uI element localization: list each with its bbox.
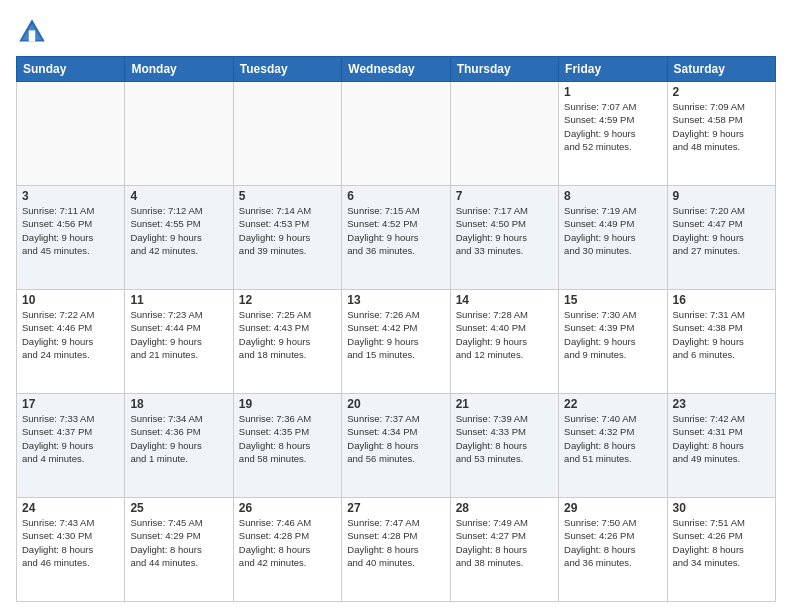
day-info: Sunrise: 7:34 AM Sunset: 4:36 PM Dayligh… xyxy=(130,412,227,465)
day-info: Sunrise: 7:09 AM Sunset: 4:58 PM Dayligh… xyxy=(673,100,770,153)
day-info: Sunrise: 7:46 AM Sunset: 4:28 PM Dayligh… xyxy=(239,516,336,569)
day-number: 13 xyxy=(347,293,444,307)
day-number: 14 xyxy=(456,293,553,307)
day-info: Sunrise: 7:36 AM Sunset: 4:35 PM Dayligh… xyxy=(239,412,336,465)
day-info: Sunrise: 7:17 AM Sunset: 4:50 PM Dayligh… xyxy=(456,204,553,257)
week-row-2: 3Sunrise: 7:11 AM Sunset: 4:56 PM Daylig… xyxy=(17,186,776,290)
day-info: Sunrise: 7:37 AM Sunset: 4:34 PM Dayligh… xyxy=(347,412,444,465)
day-info: Sunrise: 7:12 AM Sunset: 4:55 PM Dayligh… xyxy=(130,204,227,257)
day-cell-11: 11Sunrise: 7:23 AM Sunset: 4:44 PM Dayli… xyxy=(125,290,233,394)
day-info: Sunrise: 7:43 AM Sunset: 4:30 PM Dayligh… xyxy=(22,516,119,569)
day-cell-empty xyxy=(125,82,233,186)
day-number: 9 xyxy=(673,189,770,203)
weekday-header-sunday: Sunday xyxy=(17,57,125,82)
day-cell-20: 20Sunrise: 7:37 AM Sunset: 4:34 PM Dayli… xyxy=(342,394,450,498)
day-number: 11 xyxy=(130,293,227,307)
day-info: Sunrise: 7:22 AM Sunset: 4:46 PM Dayligh… xyxy=(22,308,119,361)
day-number: 2 xyxy=(673,85,770,99)
header xyxy=(16,16,776,48)
day-info: Sunrise: 7:42 AM Sunset: 4:31 PM Dayligh… xyxy=(673,412,770,465)
day-info: Sunrise: 7:07 AM Sunset: 4:59 PM Dayligh… xyxy=(564,100,661,153)
calendar-table: SundayMondayTuesdayWednesdayThursdayFrid… xyxy=(16,56,776,602)
day-info: Sunrise: 7:30 AM Sunset: 4:39 PM Dayligh… xyxy=(564,308,661,361)
day-number: 8 xyxy=(564,189,661,203)
day-cell-empty xyxy=(17,82,125,186)
day-info: Sunrise: 7:15 AM Sunset: 4:52 PM Dayligh… xyxy=(347,204,444,257)
day-number: 3 xyxy=(22,189,119,203)
day-cell-empty xyxy=(342,82,450,186)
weekday-header-saturday: Saturday xyxy=(667,57,775,82)
weekday-header-thursday: Thursday xyxy=(450,57,558,82)
day-info: Sunrise: 7:31 AM Sunset: 4:38 PM Dayligh… xyxy=(673,308,770,361)
day-number: 24 xyxy=(22,501,119,515)
day-number: 26 xyxy=(239,501,336,515)
day-cell-23: 23Sunrise: 7:42 AM Sunset: 4:31 PM Dayli… xyxy=(667,394,775,498)
day-number: 22 xyxy=(564,397,661,411)
logo xyxy=(16,16,52,48)
day-info: Sunrise: 7:23 AM Sunset: 4:44 PM Dayligh… xyxy=(130,308,227,361)
weekday-header-friday: Friday xyxy=(559,57,667,82)
day-cell-30: 30Sunrise: 7:51 AM Sunset: 4:26 PM Dayli… xyxy=(667,498,775,602)
day-cell-13: 13Sunrise: 7:26 AM Sunset: 4:42 PM Dayli… xyxy=(342,290,450,394)
day-number: 30 xyxy=(673,501,770,515)
day-cell-25: 25Sunrise: 7:45 AM Sunset: 4:29 PM Dayli… xyxy=(125,498,233,602)
day-info: Sunrise: 7:39 AM Sunset: 4:33 PM Dayligh… xyxy=(456,412,553,465)
day-info: Sunrise: 7:14 AM Sunset: 4:53 PM Dayligh… xyxy=(239,204,336,257)
day-cell-14: 14Sunrise: 7:28 AM Sunset: 4:40 PM Dayli… xyxy=(450,290,558,394)
weekday-header-monday: Monday xyxy=(125,57,233,82)
day-cell-22: 22Sunrise: 7:40 AM Sunset: 4:32 PM Dayli… xyxy=(559,394,667,498)
day-cell-28: 28Sunrise: 7:49 AM Sunset: 4:27 PM Dayli… xyxy=(450,498,558,602)
day-cell-26: 26Sunrise: 7:46 AM Sunset: 4:28 PM Dayli… xyxy=(233,498,341,602)
day-info: Sunrise: 7:33 AM Sunset: 4:37 PM Dayligh… xyxy=(22,412,119,465)
day-cell-17: 17Sunrise: 7:33 AM Sunset: 4:37 PM Dayli… xyxy=(17,394,125,498)
day-cell-empty xyxy=(233,82,341,186)
day-number: 29 xyxy=(564,501,661,515)
day-info: Sunrise: 7:51 AM Sunset: 4:26 PM Dayligh… xyxy=(673,516,770,569)
day-number: 25 xyxy=(130,501,227,515)
day-cell-empty xyxy=(450,82,558,186)
day-cell-12: 12Sunrise: 7:25 AM Sunset: 4:43 PM Dayli… xyxy=(233,290,341,394)
day-number: 6 xyxy=(347,189,444,203)
day-number: 21 xyxy=(456,397,553,411)
day-info: Sunrise: 7:40 AM Sunset: 4:32 PM Dayligh… xyxy=(564,412,661,465)
day-number: 18 xyxy=(130,397,227,411)
day-number: 15 xyxy=(564,293,661,307)
day-cell-29: 29Sunrise: 7:50 AM Sunset: 4:26 PM Dayli… xyxy=(559,498,667,602)
weekday-header-wednesday: Wednesday xyxy=(342,57,450,82)
day-info: Sunrise: 7:49 AM Sunset: 4:27 PM Dayligh… xyxy=(456,516,553,569)
page: SundayMondayTuesdayWednesdayThursdayFrid… xyxy=(0,0,792,612)
day-cell-8: 8Sunrise: 7:19 AM Sunset: 4:49 PM Daylig… xyxy=(559,186,667,290)
day-cell-18: 18Sunrise: 7:34 AM Sunset: 4:36 PM Dayli… xyxy=(125,394,233,498)
week-row-5: 24Sunrise: 7:43 AM Sunset: 4:30 PM Dayli… xyxy=(17,498,776,602)
day-cell-4: 4Sunrise: 7:12 AM Sunset: 4:55 PM Daylig… xyxy=(125,186,233,290)
day-info: Sunrise: 7:19 AM Sunset: 4:49 PM Dayligh… xyxy=(564,204,661,257)
day-number: 4 xyxy=(130,189,227,203)
day-info: Sunrise: 7:20 AM Sunset: 4:47 PM Dayligh… xyxy=(673,204,770,257)
weekday-header-row: SundayMondayTuesdayWednesdayThursdayFrid… xyxy=(17,57,776,82)
day-number: 7 xyxy=(456,189,553,203)
week-row-3: 10Sunrise: 7:22 AM Sunset: 4:46 PM Dayli… xyxy=(17,290,776,394)
day-number: 16 xyxy=(673,293,770,307)
day-info: Sunrise: 7:26 AM Sunset: 4:42 PM Dayligh… xyxy=(347,308,444,361)
day-cell-15: 15Sunrise: 7:30 AM Sunset: 4:39 PM Dayli… xyxy=(559,290,667,394)
day-info: Sunrise: 7:11 AM Sunset: 4:56 PM Dayligh… xyxy=(22,204,119,257)
day-cell-7: 7Sunrise: 7:17 AM Sunset: 4:50 PM Daylig… xyxy=(450,186,558,290)
day-info: Sunrise: 7:25 AM Sunset: 4:43 PM Dayligh… xyxy=(239,308,336,361)
day-cell-24: 24Sunrise: 7:43 AM Sunset: 4:30 PM Dayli… xyxy=(17,498,125,602)
day-cell-21: 21Sunrise: 7:39 AM Sunset: 4:33 PM Dayli… xyxy=(450,394,558,498)
day-number: 1 xyxy=(564,85,661,99)
day-cell-6: 6Sunrise: 7:15 AM Sunset: 4:52 PM Daylig… xyxy=(342,186,450,290)
week-row-1: 1Sunrise: 7:07 AM Sunset: 4:59 PM Daylig… xyxy=(17,82,776,186)
day-info: Sunrise: 7:50 AM Sunset: 4:26 PM Dayligh… xyxy=(564,516,661,569)
day-cell-19: 19Sunrise: 7:36 AM Sunset: 4:35 PM Dayli… xyxy=(233,394,341,498)
svg-rect-2 xyxy=(29,30,35,41)
day-cell-1: 1Sunrise: 7:07 AM Sunset: 4:59 PM Daylig… xyxy=(559,82,667,186)
day-cell-10: 10Sunrise: 7:22 AM Sunset: 4:46 PM Dayli… xyxy=(17,290,125,394)
day-number: 19 xyxy=(239,397,336,411)
day-info: Sunrise: 7:28 AM Sunset: 4:40 PM Dayligh… xyxy=(456,308,553,361)
day-number: 5 xyxy=(239,189,336,203)
day-number: 12 xyxy=(239,293,336,307)
day-number: 17 xyxy=(22,397,119,411)
day-cell-2: 2Sunrise: 7:09 AM Sunset: 4:58 PM Daylig… xyxy=(667,82,775,186)
day-cell-5: 5Sunrise: 7:14 AM Sunset: 4:53 PM Daylig… xyxy=(233,186,341,290)
